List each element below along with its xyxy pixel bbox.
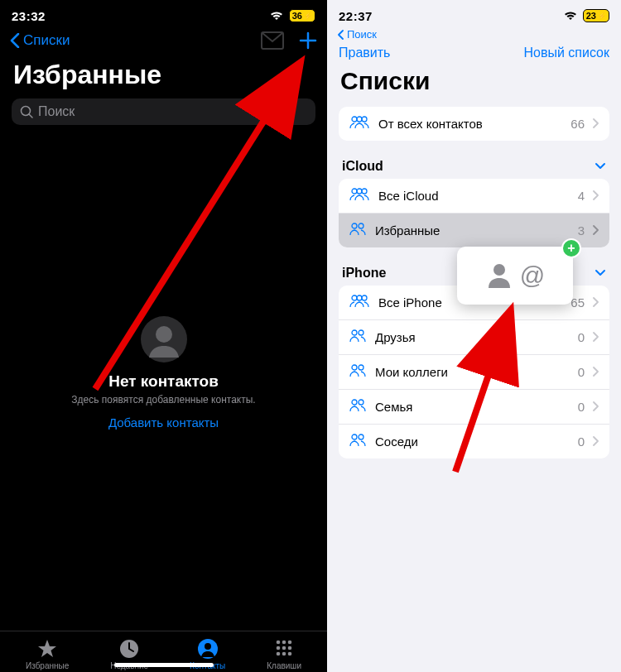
svg-point-30 xyxy=(359,365,363,370)
row-iphone-family[interactable]: Семья 0 xyxy=(339,390,609,425)
add-badge-icon: + xyxy=(561,238,581,258)
avatar-placeholder-icon xyxy=(139,314,189,364)
svg-point-27 xyxy=(352,330,357,335)
search-placeholder: Поиск xyxy=(38,104,75,119)
svg-point-31 xyxy=(352,400,357,405)
svg-point-8 xyxy=(282,641,286,645)
home-indicator-left[interactable] xyxy=(114,663,214,667)
svg-point-25 xyxy=(357,295,362,300)
empty-state: Нет контактов Здесь появятся добавленные… xyxy=(0,314,327,430)
people-3-icon xyxy=(349,187,370,204)
svg-point-29 xyxy=(352,365,357,370)
chevron-right-icon xyxy=(593,223,599,238)
chevron-right-icon xyxy=(593,295,599,310)
svg-point-35 xyxy=(493,264,505,276)
clock-icon xyxy=(118,638,140,660)
star-icon xyxy=(36,638,58,660)
row-iphone-colleagues[interactable]: Мои коллеги 0 xyxy=(339,355,609,390)
section-header-icloud[interactable]: iCloud xyxy=(327,154,621,179)
page-title-right: Списки xyxy=(327,64,621,107)
empty-title: Нет контактов xyxy=(17,372,310,391)
battery-indicator-right: 23⚡ xyxy=(583,9,609,22)
svg-point-13 xyxy=(277,652,281,656)
status-bar-left: 23:32 36⚡ xyxy=(0,0,327,28)
svg-point-23 xyxy=(359,223,363,228)
chevron-right-icon xyxy=(593,189,599,203)
status-time-right: 22:37 xyxy=(339,9,373,23)
people-3-icon xyxy=(349,115,370,132)
back-button[interactable]: Списки xyxy=(10,32,70,49)
svg-point-34 xyxy=(359,434,363,439)
people-2-icon xyxy=(349,363,367,381)
add-contact-button[interactable] xyxy=(299,31,317,50)
row-iphone-neighbors[interactable]: Соседи 0 xyxy=(339,425,609,458)
person-icon xyxy=(485,260,513,291)
chevron-right-icon xyxy=(593,330,599,344)
svg-point-15 xyxy=(288,652,292,656)
people-2-icon xyxy=(349,222,367,239)
contact-icon xyxy=(197,638,219,660)
chevron-right-icon xyxy=(593,117,599,131)
search-icon xyxy=(20,105,33,118)
tab-keypad[interactable]: Клавиши xyxy=(267,638,301,670)
row-icloud-all[interactable]: Все iCloud 4 xyxy=(339,179,609,214)
screen-left-contacts: 23:32 36⚡ Списки Избранные Поиск xyxy=(0,0,327,672)
status-indicators: 36⚡ xyxy=(269,9,315,22)
svg-point-28 xyxy=(359,330,363,335)
svg-point-22 xyxy=(352,223,357,228)
svg-point-17 xyxy=(357,117,362,122)
chevron-down-icon xyxy=(595,159,606,174)
chevron-left-icon xyxy=(337,30,344,40)
section-iphone-rows: Все iPhone 65 Друзья 0 Мои коллеги 0 Сем… xyxy=(339,286,609,458)
row-all-contacts[interactable]: От всех контактов 66 xyxy=(339,107,609,141)
people-2-icon xyxy=(349,398,367,415)
chevron-right-icon xyxy=(593,434,599,449)
svg-point-10 xyxy=(277,646,281,650)
status-time: 23:32 xyxy=(12,9,46,23)
svg-point-19 xyxy=(352,189,357,194)
svg-point-3 xyxy=(156,326,172,343)
svg-point-20 xyxy=(357,189,362,194)
navbar-left: Списки xyxy=(0,28,327,56)
wifi-icon xyxy=(563,11,578,21)
back-label: Списки xyxy=(23,32,70,49)
svg-point-33 xyxy=(352,434,357,439)
new-list-button[interactable]: Новый список xyxy=(523,46,609,60)
svg-point-7 xyxy=(277,641,281,645)
add-contacts-link[interactable]: Добавить контакты xyxy=(17,415,310,430)
navbar-right: Править Новый список xyxy=(327,41,621,64)
svg-point-21 xyxy=(362,189,367,194)
search-back-button[interactable]: Поиск xyxy=(327,28,621,41)
section-all-contacts: От всех контактов 66 xyxy=(339,107,609,141)
row-iphone-friends[interactable]: Друзья 0 xyxy=(339,320,609,355)
section-icloud-rows: Все iCloud 4 Избранные 3 xyxy=(339,179,609,247)
svg-point-16 xyxy=(352,117,357,122)
svg-point-32 xyxy=(359,400,363,405)
svg-point-26 xyxy=(362,295,367,300)
svg-point-6 xyxy=(205,643,211,650)
people-2-icon xyxy=(349,329,367,346)
svg-point-14 xyxy=(282,652,286,656)
status-indicators-right: 23⚡ xyxy=(563,9,609,22)
svg-point-11 xyxy=(282,646,286,650)
search-input[interactable]: Поиск xyxy=(12,98,315,125)
svg-point-12 xyxy=(288,646,292,650)
status-bar-right: 22:37 23⚡ xyxy=(327,0,621,28)
edit-button[interactable]: Править xyxy=(339,46,390,60)
mail-icon[interactable] xyxy=(261,31,284,50)
battery-indicator: 36⚡ xyxy=(289,9,315,22)
tab-favorites[interactable]: Избранные xyxy=(26,638,69,670)
people-2-icon xyxy=(349,433,367,450)
svg-point-9 xyxy=(288,641,292,645)
people-3-icon xyxy=(349,294,370,311)
page-title-left: Избранные xyxy=(0,56,327,98)
svg-point-18 xyxy=(362,117,367,122)
chevron-down-icon xyxy=(595,266,606,281)
dragged-contact-card[interactable]: @ + xyxy=(457,247,573,305)
chevron-left-icon xyxy=(10,33,20,48)
chevron-right-icon xyxy=(593,400,599,414)
svg-point-24 xyxy=(352,295,357,300)
keypad-icon xyxy=(273,638,295,660)
chevron-right-icon xyxy=(593,365,599,379)
at-icon: @ xyxy=(520,262,545,290)
